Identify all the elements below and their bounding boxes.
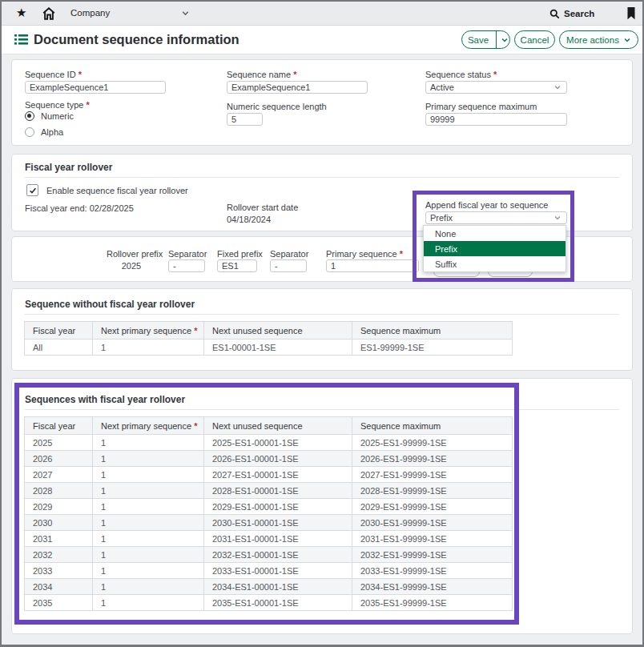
column-header: Fiscal year <box>25 322 93 340</box>
sequence-status-label: Sequence status * <box>425 70 497 79</box>
separator1-input[interactable] <box>168 259 205 272</box>
table-cell: 2025 <box>25 435 93 451</box>
table-cell: 1 <box>93 579 204 595</box>
column-header: Next unused sequence <box>204 322 352 340</box>
table-row: All1ES1-00001-1SEES1-99999-1SE <box>25 340 513 356</box>
fixed-prefix-input[interactable] <box>217 259 257 272</box>
global-search[interactable]: Search <box>549 6 594 21</box>
sequence-name-input[interactable] <box>227 81 368 94</box>
table-cell: 1 <box>93 547 204 563</box>
dropdown-option-none[interactable]: None <box>424 226 566 241</box>
table-cell: 1 <box>93 467 204 483</box>
table-cell: All <box>25 340 93 356</box>
company-menu[interactable]: Company <box>70 8 110 18</box>
table-cell: 2033-ES1-00001-1SE <box>204 563 352 579</box>
company-chevron-down-icon[interactable] <box>181 9 190 18</box>
table-cell: 2035-ES1-00001-1SE <box>204 595 352 611</box>
table-cell: 2027-ES1-99999-1SE <box>352 467 513 483</box>
table-row: 203112031-ES1-00001-1SE2031-ES1-99999-1S… <box>25 531 513 547</box>
with-rollover-section-title: Sequences with fiscal year rollover <box>25 394 185 405</box>
table-row: 202812028-ES1-00001-1SE2028-ES1-99999-1S… <box>25 483 513 499</box>
table-cell: 2026 <box>25 451 93 467</box>
separator2-label: Separator <box>270 249 307 259</box>
home-icon[interactable] <box>42 6 56 21</box>
table-cell: 1 <box>93 595 204 611</box>
sequence-without-rollover-card: Sequence without fiscal year rollover Fi… <box>11 288 633 371</box>
save-button[interactable]: Save <box>461 30 510 49</box>
section-divider <box>25 409 619 410</box>
column-header: Fiscal year <box>25 417 93 435</box>
more-actions-button[interactable]: More actions <box>559 30 638 49</box>
sequence-name-label: Sequence name * <box>227 70 296 79</box>
primary-max-input[interactable] <box>425 113 567 126</box>
table-cell: 2027-ES1-00001-1SE <box>204 467 352 483</box>
section-divider <box>25 177 619 178</box>
fiscal-rollover-card: Fiscal year rollover Enable sequence fis… <box>11 154 633 231</box>
table-cell: 2034-ES1-99999-1SE <box>352 579 513 595</box>
table-cell: 1 <box>93 340 204 356</box>
table-cell: 2035 <box>25 595 93 611</box>
table-cell: 2025-ES1-00001-1SE <box>204 435 352 451</box>
table-cell: 2030 <box>25 515 93 531</box>
column-header: Sequence maximum <box>352 417 513 435</box>
without-rollover-section-title: Sequence without fiscal year rollover <box>25 299 195 310</box>
column-header: Next primary sequence * <box>93 322 204 340</box>
primary-max-label: Primary sequence maximum <box>425 102 537 111</box>
table-cell: 2030-ES1-99999-1SE <box>352 515 513 531</box>
primary-sequence-input[interactable] <box>326 259 419 272</box>
page-header: Document sequence information Save Cance… <box>2 26 642 54</box>
numeric-length-input[interactable] <box>227 113 263 126</box>
sequence-type-label: Sequence type * <box>25 100 90 110</box>
table-row: 202612026-ES1-00001-1SE2026-ES1-99999-1S… <box>25 451 513 467</box>
table-cell: 2028 <box>25 483 93 499</box>
dropdown-option-suffix[interactable]: Suffix <box>424 256 566 271</box>
table-cell: 2035-ES1-99999-1SE <box>352 595 513 611</box>
sequences-with-rollover-card: Sequences with fiscal year rollover Fisc… <box>11 378 633 634</box>
table-cell: 2028-ES1-00001-1SE <box>204 483 352 499</box>
append-fiscal-year-select[interactable]: Prefix <box>425 211 567 224</box>
radio-alpha[interactable]: Alpha <box>25 127 63 137</box>
table-cell: 2032 <box>25 547 93 563</box>
table-cell: 2026-ES1-00001-1SE <box>204 451 352 467</box>
cancel-button[interactable]: Cancel <box>514 30 555 49</box>
enable-rollover-checkbox-row[interactable]: Enable sequence fiscal year rollover <box>26 184 188 196</box>
table-header-row: Fiscal yearNext primary sequence *Next u… <box>25 417 513 435</box>
more-actions-label: More actions <box>566 35 619 45</box>
checkmark-icon <box>29 187 37 195</box>
record-list-icon[interactable] <box>14 34 28 46</box>
bookmark-icon[interactable] <box>624 6 638 21</box>
radio-numeric-dot <box>25 111 34 121</box>
table-cell: 1 <box>93 531 204 547</box>
sequence-form-card: Sequence ID * Sequence name * Sequence s… <box>11 59 633 146</box>
status-chevron-down-icon <box>553 83 561 91</box>
dropdown-option-prefix[interactable]: Prefix <box>424 241 566 256</box>
separator2-input[interactable] <box>270 259 307 272</box>
radio-alpha-dot <box>25 127 34 137</box>
top-navigation-bar: ★ Company Search <box>2 2 642 26</box>
sequence-id-input[interactable] <box>25 81 166 94</box>
page-title: Document sequence information <box>34 32 239 47</box>
table-row: 203412034-ES1-00001-1SE2034-ES1-99999-1S… <box>25 579 513 595</box>
radio-numeric[interactable]: Numeric <box>25 111 74 121</box>
table-cell: 2030-ES1-00001-1SE <box>204 515 352 531</box>
sequence-status-select[interactable]: Active <box>425 81 567 94</box>
more-actions-chevron-down-icon <box>623 36 631 44</box>
table-cell: 2032-ES1-00001-1SE <box>204 547 352 563</box>
table-cell: 2031-ES1-99999-1SE <box>352 531 513 547</box>
table-cell: 2028-ES1-99999-1SE <box>352 483 513 499</box>
table-cell: 2032-ES1-99999-1SE <box>352 547 513 563</box>
save-dropdown-toggle[interactable] <box>496 31 513 48</box>
favorites-star-icon[interactable]: ★ <box>16 6 30 20</box>
sequence-without-rollover-table: Fiscal yearNext primary sequence *Next u… <box>24 321 513 356</box>
table-cell: 2026-ES1-99999-1SE <box>352 451 513 467</box>
column-header: Next primary sequence * <box>93 417 204 435</box>
append-fiscal-year-dropdown: NonePrefixSuffix <box>423 225 566 272</box>
table-cell: 2025-ES1-99999-1SE <box>352 435 513 451</box>
enable-rollover-checkbox[interactable] <box>26 184 38 196</box>
table-cell: 2034 <box>25 579 93 595</box>
table-cell: 1 <box>93 515 204 531</box>
fiscal-year-end-text: Fiscal year end: 02/28/2025 <box>25 203 134 213</box>
numeric-length-label: Numeric sequence length <box>227 102 327 111</box>
save-button-label[interactable]: Save <box>458 31 496 48</box>
table-cell: 2034-ES1-00001-1SE <box>204 579 352 595</box>
